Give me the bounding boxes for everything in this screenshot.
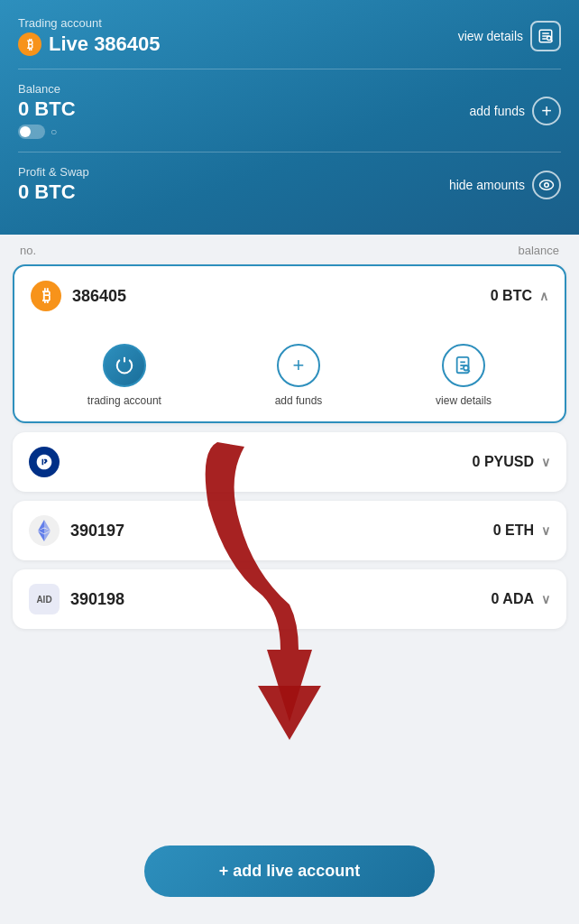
col-balance-label: balance (518, 244, 559, 257)
chevron-up-btc: ∧ (539, 289, 548, 303)
accounts-header: no. balance (13, 235, 566, 264)
btc-badge-1: ₿ (31, 281, 61, 311)
account-info: Trading account ₿ Live 386405 (18, 16, 161, 56)
add-funds-label-btn: add funds (275, 394, 323, 407)
eye-icon (532, 171, 561, 199)
account-right-btc: 0 BTC ∧ (491, 288, 548, 304)
add-live-account-button[interactable]: + add live account (144, 845, 435, 897)
account-card-ada-top: AID 390198 0 ADA ∨ (29, 584, 550, 614)
view-details-icon (530, 21, 561, 51)
divider-1 (18, 69, 561, 69)
account-card-btc[interactable]: ₿ 386405 0 BTC ∧ trading account + (13, 264, 566, 423)
account-card-ada[interactable]: AID 390198 0 ADA ∨ (13, 569, 566, 629)
power-icon (103, 344, 146, 387)
account-card-pyusd[interactable]: 0 PYUSD ∨ (13, 432, 566, 492)
action-row-btc: trading account + add funds vi (31, 329, 548, 407)
profit-value: 0 BTC (18, 180, 89, 204)
chevron-down-eth: ∨ (541, 523, 550, 538)
doc-icon-card (442, 344, 485, 387)
profit-swap-row: Profit & Swap 0 BTC hide amounts (18, 165, 561, 204)
account-left-ada: AID 390198 (29, 584, 124, 614)
eth-badge (29, 515, 60, 546)
account-name-text: Live 386405 (49, 32, 161, 56)
trading-account-label-btn: trading account (87, 394, 161, 407)
balance-info: Balance 0 BTC ○ (18, 82, 76, 139)
trading-account-action[interactable]: trading account (87, 344, 161, 407)
chevron-down-pyusd: ∨ (541, 455, 550, 469)
hide-amounts-label: hide amounts (449, 178, 525, 192)
view-details-label: view details (458, 29, 523, 43)
chevron-down-ada: ∨ (541, 592, 550, 606)
account-number-eth: 390197 (70, 522, 124, 541)
btc-icon-header: ₿ (18, 32, 41, 56)
toggle-thumb (20, 126, 31, 137)
account-card-btc-top: ₿ 386405 0 BTC ∧ (31, 281, 548, 311)
btc-balance: 0 BTC (491, 288, 532, 304)
add-funds-action[interactable]: + add funds (275, 344, 323, 407)
pyusd-badge (29, 447, 60, 477)
toggle-label: ○ (51, 125, 57, 138)
balance-row: Balance 0 BTC ○ add funds + (18, 82, 561, 139)
ada-badge: AID (29, 584, 60, 614)
account-right-eth: 0 ETH ∨ (493, 522, 550, 539)
svg-point-12 (464, 365, 469, 371)
pyusd-balance: 0 PYUSD (473, 454, 534, 470)
add-account-btn-wrapper: + add live account (144, 845, 435, 897)
account-card-eth-top: 390197 0 ETH ∨ (29, 515, 550, 546)
account-left-pyusd (29, 447, 60, 477)
account-right-pyusd: 0 PYUSD ∨ (473, 454, 550, 470)
plus-icon-card: + (277, 344, 320, 387)
account-card-eth[interactable]: 390197 0 ETH ∨ (13, 501, 566, 560)
account-card-pyusd-top: 0 PYUSD ∨ (29, 447, 550, 477)
account-number-ada: 390198 (70, 590, 124, 609)
account-name-row: ₿ Live 386405 (18, 32, 161, 56)
svg-point-4 (547, 36, 552, 41)
view-details-label-btn: view details (436, 394, 492, 407)
add-funds-button[interactable]: add funds + (470, 97, 562, 125)
account-left-btc: ₿ 386405 (31, 281, 126, 311)
circle-plus-icon: + (532, 97, 561, 125)
add-funds-label: add funds (470, 104, 526, 118)
header-section: Trading account ₿ Live 386405 view detai… (0, 0, 579, 235)
svg-point-7 (545, 182, 549, 187)
profit-info: Profit & Swap 0 BTC (18, 165, 89, 204)
hide-amounts-button[interactable]: hide amounts (449, 171, 561, 199)
toggle-row[interactable]: ○ (18, 125, 76, 139)
svg-point-6 (540, 180, 554, 189)
account-number-btc: 386405 (72, 287, 126, 306)
toggle-track[interactable] (18, 125, 45, 139)
profit-swap-label: Profit & Swap (18, 165, 89, 179)
trading-account-label: Trading account (18, 16, 161, 30)
view-details-action[interactable]: view details (436, 344, 492, 407)
header-top-row: Trading account ₿ Live 386405 view detai… (18, 16, 561, 56)
account-left-eth: 390197 (29, 515, 124, 546)
account-right-ada: 0 ADA ∨ (492, 591, 550, 607)
balance-label: Balance (18, 82, 76, 96)
eth-balance: 0 ETH (493, 522, 534, 539)
accounts-section: no. balance ₿ 386405 0 BTC ∧ t (0, 235, 579, 719)
col-no-label: no. (20, 244, 36, 257)
view-details-button[interactable]: view details (458, 21, 561, 51)
balance-value: 0 BTC (18, 97, 76, 121)
ada-balance: 0 ADA (492, 591, 534, 607)
divider-2 (18, 152, 561, 152)
